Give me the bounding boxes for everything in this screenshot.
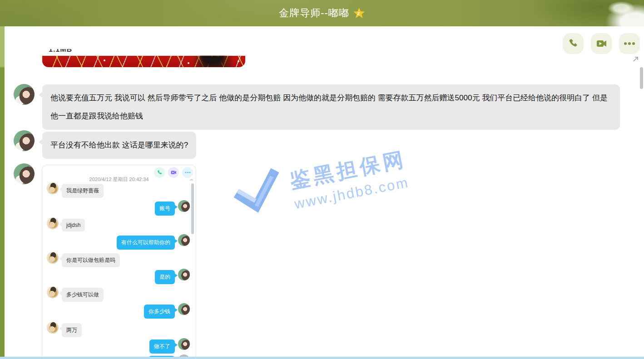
embedded-message-row: jdjdsh [42,217,191,231]
bottom-divider-line [0,357,644,359]
chat-title-text: 金牌导师--嘟嘟 [279,6,349,20]
message-bubble: 两万 [62,323,82,337]
avatar [47,252,59,264]
page-title: 金牌导师--嘟嘟 z [279,6,365,20]
sparkle [104,59,105,61]
embedded-message-row: 你多少钱 [42,303,191,319]
message-bubble: 多少钱可以做 [62,288,104,302]
more-options-button[interactable] [619,33,640,54]
embedded-message-row: 我是绿野蔷薇 [42,182,191,198]
message-bubble: 我是绿野蔷薇 [62,184,104,198]
avatar [47,217,59,229]
voice-call-button[interactable] [563,33,584,54]
avatar [178,338,190,350]
avatar [178,200,190,212]
chat-header: 金牌导师--嘟嘟 z [0,0,644,26]
ellipsis-icon [624,42,635,45]
message-bubble: 你是可以做包赔是吗 [62,253,120,267]
page-scrollbar-thumb[interactable] [640,67,643,89]
video-call-button[interactable] [591,33,612,54]
embedded-message-row: 你是可以做包赔是吗 [42,252,191,267]
attachment-preview[interactable]: 1.1MB [42,49,245,67]
embedded-message-row: 账号 [42,200,191,216]
embedded-message-row: 是的 [42,269,191,284]
chat-message-bubble: 平台没有不给他出款 这话是哪里来说的? [42,132,196,159]
star-letter: z [357,10,361,16]
avatar [178,269,190,280]
watermark-site-name: 鉴黑担保网 [287,145,409,195]
background-edge-strip [0,26,5,359]
embedded-message-row: 做不了 [42,338,191,354]
watermark-site-url: www.jhdb8.com [293,174,412,212]
figure-silhouette [193,56,233,67]
screenshot-image-message[interactable]: 2020/4/12 星期日 20:42:34 ⌃ 我是绿野蔷薇 账号 jdjds… [42,165,196,359]
avatar [178,303,190,315]
avatar[interactable] [14,163,35,184]
file-size-label: 1.1MB [49,49,72,54]
gold-star-badge-icon: z [353,8,365,19]
sparkle [238,60,239,62]
banner-image [42,56,245,67]
message-bubble: 是的 [155,270,175,284]
embedded-message-row: 有什么可以帮助你的 [42,234,191,250]
avatar [47,182,59,194]
video-camera-icon [595,38,607,49]
avatar[interactable] [14,130,35,151]
chat-message-bubble: 他说要充值五万元 我说可以 然后导师带亏了之后 他做的是分期包赔 因为他做的就是… [42,84,620,130]
timestamp: 2020/4/12 星期日 20:42:34 [42,176,196,183]
avatar [47,322,59,334]
watermark-checkmark-logo-icon [226,164,290,230]
expand-arrow-icon[interactable] [632,56,639,63]
message-bubble: 做不了 [149,339,175,354]
message-bubble: 账号 [155,202,175,216]
message-bubble: 有什么可以帮助你的 [117,236,175,250]
call-toolbar [563,33,640,54]
watermark-text: 鉴黑担保网 www.jhdb8.com [287,145,412,212]
sparkle [188,62,189,64]
site-watermark: 鉴黑担保网 www.jhdb8.com [225,130,434,235]
avatar[interactable] [14,84,35,105]
avatar [47,286,59,298]
message-bubble: 你多少钱 [144,305,175,319]
avatar [178,234,190,246]
embedded-scrollbar-thumb [191,183,194,234]
phone-icon [568,38,579,49]
message-bubble: jdjdsh [62,219,85,231]
embedded-message-row: 多少钱可以做 [42,286,191,302]
embedded-message-row: 两万 [42,322,191,337]
